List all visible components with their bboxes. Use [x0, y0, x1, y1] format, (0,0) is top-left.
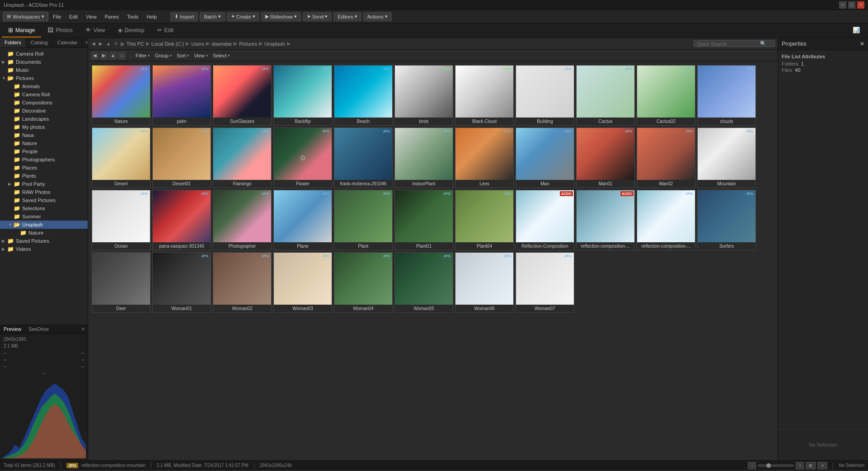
preview-close-button[interactable]: ✕ [78, 325, 88, 334]
zoom-slider[interactable] [766, 463, 771, 468]
photo-item-surfers[interactable]: JPG Surfers [697, 190, 756, 250]
photo-item-building[interactable]: JPG Building [516, 65, 574, 126]
window-controls[interactable]: ─ □ ✕ [839, 1, 864, 9]
tree-item-nature[interactable]: 📁 Nature [0, 139, 88, 147]
tree-item-selections[interactable]: 📁 Selections [0, 204, 88, 212]
path-thispc[interactable]: This PC [127, 41, 144, 47]
photo-item-woman02[interactable]: JPG Woman02 [213, 252, 272, 313]
path-user[interactable]: sbamabe [211, 41, 232, 47]
photo-item-woman05[interactable]: JPG Woman05 [394, 252, 453, 313]
photo-item-indoorplant[interactable]: JPG IndoorPlant [394, 127, 453, 188]
tree-item-compositions[interactable]: 📁 Compositions [0, 99, 88, 107]
tree-item-summer[interactable]: 📁 Summer [0, 212, 88, 221]
path-pictures[interactable]: Pictures [239, 41, 257, 47]
photo-item-mountain[interactable]: JPG Mountain [697, 127, 756, 188]
tree-item-saved-pictures[interactable]: ▶ 📁 Saved Pictures [0, 237, 88, 245]
maximize-button[interactable]: □ [848, 1, 855, 9]
photo-item-birds[interactable]: PNG birds [394, 65, 453, 126]
path-users[interactable]: Users [191, 41, 204, 47]
menu-file[interactable]: File [49, 12, 65, 21]
tree-item-people[interactable]: 📁 People [0, 147, 88, 155]
tree-item-documents[interactable]: ▶ 📁 Documents [0, 58, 88, 66]
tree-item-animals[interactable]: 📁 Animals [0, 82, 88, 90]
photo-item-photographer[interactable]: JPG Photographer [213, 190, 272, 250]
photo-item-frankmckenna291046[interactable]: JPG frank-mckenna-291046 [334, 127, 393, 188]
grid-view-button[interactable]: ⊞ [806, 462, 816, 469]
tab-extra[interactable]: 📊 [846, 24, 866, 38]
tab-photos[interactable]: 🖼 Photos [41, 24, 79, 38]
zoom-out-button[interactable]: − [748, 462, 756, 469]
tree-item-raw-photos[interactable]: 📁 RAW Photos [0, 188, 88, 196]
photo-item-blackcloud[interactable]: PNG Black-Cloud [455, 65, 514, 126]
photo-item-plant01[interactable]: JPG Plant01 [394, 190, 453, 250]
workspaces-button[interactable]: ⊞ Workspaces ▾ [3, 12, 48, 21]
sidebar-tab-catalog[interactable]: Catalog [26, 38, 53, 47]
nav-back-button[interactable]: ◀ [91, 41, 96, 46]
photo-item-man01[interactable]: JPG Man01 [576, 127, 635, 188]
tree-item-nature[interactable]: 📁 Nature [0, 229, 88, 237]
tab-develop[interactable]: ◈ Develop [112, 24, 151, 38]
sidebar-close-button[interactable]: ✕ [82, 38, 88, 47]
toolbar-up-button[interactable]: ▲ [109, 52, 117, 60]
tree-item-music[interactable]: 📁 Music [0, 66, 88, 74]
search-input[interactable] [697, 41, 760, 47]
photo-item-woman06[interactable]: JPG Woman06 [455, 252, 514, 313]
toolbar-forward-button[interactable]: ▶ [100, 52, 108, 60]
tab-view[interactable]: 👁 View [79, 24, 112, 38]
editors-button[interactable]: Editors ▾ [333, 12, 361, 21]
photo-item-sunglasses[interactable]: JPG SunGlasses [213, 65, 272, 126]
tree-item-saved-pictures[interactable]: 📁 Saved Pictures [0, 196, 88, 204]
photo-item-man[interactable]: JPG Man [516, 127, 574, 188]
menu-tools[interactable]: Tools [123, 12, 142, 21]
search-box[interactable]: 🔍 [694, 40, 775, 47]
tree-item-camera-roll[interactable]: 📁 Camera Roll [0, 90, 88, 99]
list-view-button[interactable]: ≡ [817, 462, 827, 469]
sidebar-tab-calendar[interactable]: Calendar [53, 38, 83, 47]
preview-tab-seedrive[interactable]: SeeDrive [25, 325, 52, 334]
photo-item-reflectioncomposition...[interactable]: JPG reflection-composition-... [637, 190, 695, 250]
tree-item-pictures[interactable]: ▼ 📂 Pictures [0, 74, 88, 82]
create-button[interactable]: ✦ Create ▾ [227, 12, 259, 21]
tab-manage[interactable]: ⊞ Manage [2, 24, 41, 38]
preview-tab-preview[interactable]: Preview [0, 325, 25, 334]
filter-dropdown[interactable]: Filter [136, 53, 150, 58]
close-button[interactable]: ✕ [857, 1, 864, 9]
tree-item-unsplash[interactable]: ▼ 📂 Unsplash [0, 221, 88, 229]
photo-item-backflip[interactable]: JPG Backflip [273, 65, 332, 126]
tab-edit[interactable]: ✏ Edit [151, 24, 180, 38]
photo-item-ocean[interactable]: JPG Ocean [92, 190, 150, 250]
toolbar-back-button[interactable]: ◀ [91, 52, 99, 60]
photo-item-woman01[interactable]: JPG Woman01 [152, 252, 211, 313]
photo-item-nature[interactable]: JPG Nature [92, 65, 150, 126]
slideshow-button[interactable]: ▶ Slideshow ▾ [261, 12, 301, 21]
menu-help[interactable]: Help [143, 12, 161, 21]
import-button[interactable]: ⬇ Import [170, 12, 198, 21]
tree-item-photographers[interactable]: 📁 Photographers [0, 155, 88, 164]
group-dropdown[interactable]: Group [155, 53, 172, 58]
batch-button[interactable]: Batch ▾ [200, 12, 225, 21]
tree-item-pool-party[interactable]: ▶ 📁 Pool Party [0, 180, 88, 188]
sort-dropdown[interactable]: Sort [177, 53, 189, 58]
nav-forward-button[interactable]: ▶ [98, 41, 103, 46]
photo-item-reflectioncomposition[interactable]: ACDC Reflection-Composition [516, 190, 574, 250]
tree-item-camera-roll[interactable]: 📁 Camera Roll [0, 50, 88, 58]
photo-item-lens[interactable]: JPG Lens [455, 127, 514, 188]
minimize-button[interactable]: ─ [839, 1, 846, 9]
tree-item-plants[interactable]: 📁 Plants [0, 172, 88, 180]
send-button[interactable]: ➤ Send ▾ [303, 12, 332, 21]
photo-item-woman03[interactable]: JPG Woman03 [273, 252, 332, 313]
zoom-in-button[interactable]: + [796, 462, 804, 469]
photo-item-beach[interactable]: JPG Beach [334, 65, 393, 126]
properties-close-button[interactable]: ✕ [860, 41, 864, 47]
photo-item-cactus[interactable]: JPG Cactus [576, 65, 635, 126]
photo-item-plant04[interactable]: JPG Plant04 [455, 190, 514, 250]
menu-view[interactable]: View [82, 12, 100, 21]
photo-item-flower[interactable]: ⚙ JPG Flower [273, 127, 332, 188]
photo-item-plant[interactable]: JPG Plant [334, 190, 393, 250]
tree-item-videos[interactable]: ▶ 📁 Videos [0, 245, 88, 253]
toolbar-home-button[interactable]: ⌂ [118, 52, 126, 60]
tree-item-places[interactable]: 📁 Places [0, 164, 88, 172]
sidebar-tab-folders[interactable]: Folders [0, 38, 26, 47]
path-unsplash[interactable]: Unsplash [264, 41, 285, 47]
photo-item-palm[interactable]: JPG palm [152, 65, 211, 126]
